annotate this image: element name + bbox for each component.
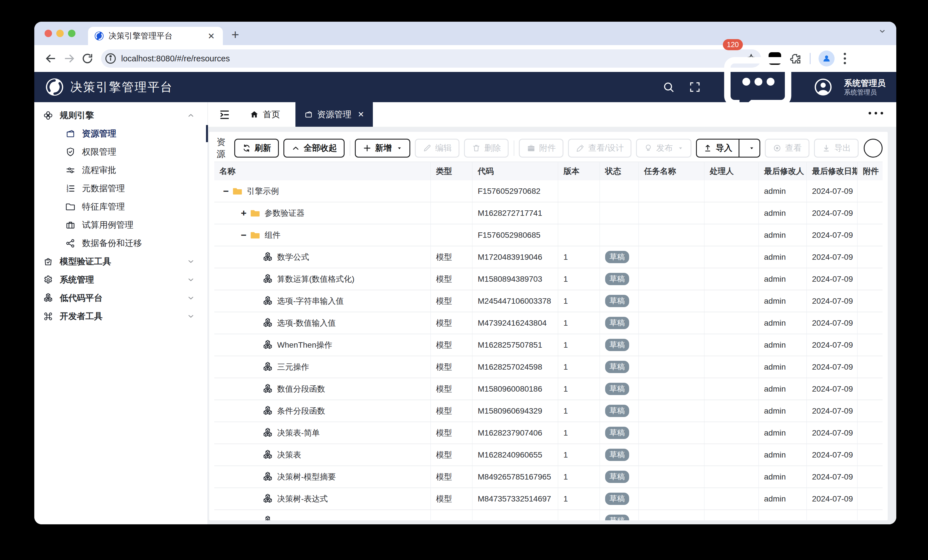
home-icon [250,110,259,119]
new-tab-button[interactable]: + [231,28,239,41]
cell-type [431,180,473,202]
cell-attachment [858,224,882,246]
cell-task-name [639,268,705,290]
table-row[interactable]: 草稿 [214,510,882,520]
back-icon[interactable] [44,52,57,65]
workspace-tab-0[interactable]: 首页 [241,102,288,127]
collapse-node-icon[interactable]: − [238,230,250,240]
cell-type: 模型 [431,466,473,487]
sidebar-group-1[interactable]: 模型验证工具 [34,252,208,271]
workspace-tab-1[interactable]: 资源管理✕ [295,102,373,127]
cell-status: 草稿 [600,488,639,510]
cell-handler [705,444,759,466]
sidebar-group-2[interactable]: 系统管理 [34,271,208,289]
cell-type: 模型 [431,422,473,444]
table-row[interactable]: 条件分段函数模型M15809606943291草稿admin2024-07-09 [214,400,882,422]
cell-attachment [858,202,882,224]
table-row[interactable]: 决策表模型M16282409606551草稿admin2024-07-09 [214,444,882,466]
cubes-icon [262,472,273,482]
cell-modified-date: 2024-07-09 [807,290,858,312]
expand-node-icon[interactable]: + [238,207,250,219]
cubes-icon [262,449,273,460]
tab-search-chevron-icon[interactable] [878,27,887,35]
cell-name: 选项-数值输入值 [214,312,431,334]
table-row[interactable]: 决策表-简单模型M16282379074061草稿admin2024-07-09 [214,422,882,444]
cell-name [214,510,431,520]
more-actions-icon[interactable] [868,112,883,114]
user-role: 系统管理员 [844,88,885,96]
cell-version: 1 [558,268,600,290]
fullscreen-icon[interactable] [688,81,701,93]
sidebar-group-4[interactable]: 开发者工具 [34,307,208,326]
collapse-node-icon[interactable]: − [220,186,232,197]
sidebar-item-0-3[interactable]: 123元数据管理 [34,179,208,198]
sidebar-group-3[interactable]: 低代码平台 [34,289,208,307]
collapse-sidebar-icon[interactable] [218,108,231,121]
sidebar-item-0-4[interactable]: 特征库管理 [34,198,208,216]
browser-tab[interactable]: 决策引擎管理平台 ✕ [88,27,223,45]
cell-status: 草稿 [600,247,639,268]
toolbar-button-1[interactable]: 全部收起 [284,139,345,158]
toolbar-button-label: 导入 [716,142,732,154]
sidebar-group-label: 系统管理 [60,274,94,286]
table-row[interactable]: −引擎示例F1576052970682admin2024-07-09 [214,180,882,202]
app-body: 规则引擎资源管理权限管理流程审批123元数据管理特征库管理试算用例管理数据备份和… [34,102,896,524]
cell-code: M1720483919046 [473,247,558,268]
reload-icon[interactable] [81,52,94,65]
cell-task-name [639,466,705,487]
table-row[interactable]: 数学公式模型M17204839190461草稿admin2024-07-09 [214,247,882,268]
sidebar-item-0-5[interactable]: 试算用例管理 [34,216,208,234]
site-info-icon[interactable] [104,52,117,65]
table-row[interactable]: 决策树-表达式模型M8473573325146971草稿admin2024-07… [214,488,882,510]
toolbar-button-label: 刷新 [255,142,271,154]
toolbar-button-0[interactable]: 刷新 [234,139,279,158]
sidebar-item-0-6[interactable]: 数据备份和迁移 [34,234,208,252]
cubes-icon [262,318,273,329]
column-header-3: 版本 [558,162,600,180]
user-permission-settings-button[interactable] [864,139,882,158]
engine-icon [43,110,53,121]
cell-task-name [639,400,705,422]
cubes-icon [262,428,273,438]
user-avatar-icon[interactable] [814,78,832,96]
toolbar-button-2[interactable]: 新增 [355,139,410,158]
table-row[interactable]: WhenThen操作模型M16282575078511草稿admin2024-0… [214,334,882,356]
table-row[interactable]: 决策树-模型摘要模型M8492657851679651草稿admin2024-0… [214,466,882,488]
table-row[interactable]: 算数运算(数值格式化)模型M15808943897031草稿admin2024-… [214,268,882,290]
cell-handler [705,334,759,356]
sidebar-item-0-0[interactable]: 资源管理 [34,125,208,143]
minimize-window-button[interactable] [56,30,64,37]
column-header-5: 任务名称 [639,162,705,180]
sidebar-group-0[interactable]: 规则引擎 [34,106,208,125]
close-window-button[interactable] [44,30,52,37]
cell-code: M1628257507851 [473,334,558,356]
cell-name: 选项-字符串输入值 [214,290,431,312]
cell-handler [705,180,759,202]
maximize-window-button[interactable] [68,30,75,37]
cell-status [600,202,639,224]
table-row[interactable]: 选项-字符串输入值模型M2454471060033781草稿admin2024-… [214,290,882,312]
close-tab-icon[interactable]: ✕ [358,110,364,119]
toolbar-button-8[interactable]: 导入 [696,139,760,158]
table-row[interactable]: 数值分段函数模型M15809600801861草稿admin2024-07-09 [214,378,882,400]
cell-version: 1 [558,400,600,422]
cell-handler [705,312,759,334]
table-row[interactable]: 三元操作模型M16282570245981草稿admin2024-07-09 [214,356,882,378]
cell-modified-by: admin [759,488,807,510]
table-row[interactable]: −组件F1576052980685admin2024-07-09 [214,224,882,247]
url-text[interactable]: localhost:8080/#/re/resources [121,54,745,63]
toolbar-button-dropdown[interactable] [743,140,759,157]
close-tab-icon[interactable]: ✕ [206,31,217,41]
sidebar-item-0-2[interactable]: 流程审批 [34,161,208,179]
user-info[interactable]: 系统管理员 系统管理员 [844,78,885,96]
resource-name: WhenThen操作 [277,340,332,350]
cell-attachment [858,312,882,334]
status-badge: 草稿 [605,514,629,520]
briefcase-icon [527,143,536,153]
sidebar-item-0-1[interactable]: 权限管理 [34,143,208,161]
resource-name: 引擎示例 [247,186,279,197]
cell-modified-date: 2024-07-09 [807,334,858,356]
search-icon[interactable] [662,81,675,93]
table-row[interactable]: 选项-数值输入值模型M473924162438041草稿admin2024-07… [214,312,882,334]
table-row[interactable]: +参数验证器M1628272717741admin2024-07-09 [214,202,882,224]
